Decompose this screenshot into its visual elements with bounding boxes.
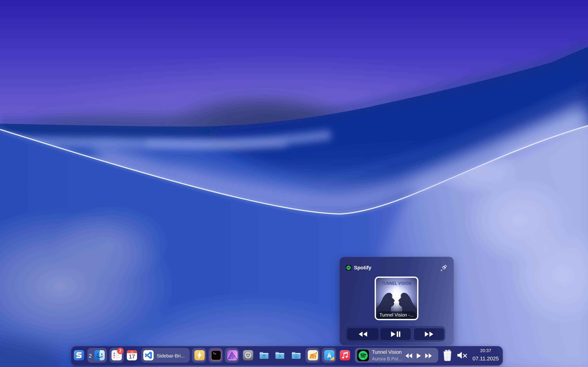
- svg-text:JUL: JUL: [130, 351, 134, 353]
- svg-text:TUNNEL VISION: TUNNEL VISION: [382, 281, 411, 286]
- svg-text:17: 17: [129, 353, 135, 359]
